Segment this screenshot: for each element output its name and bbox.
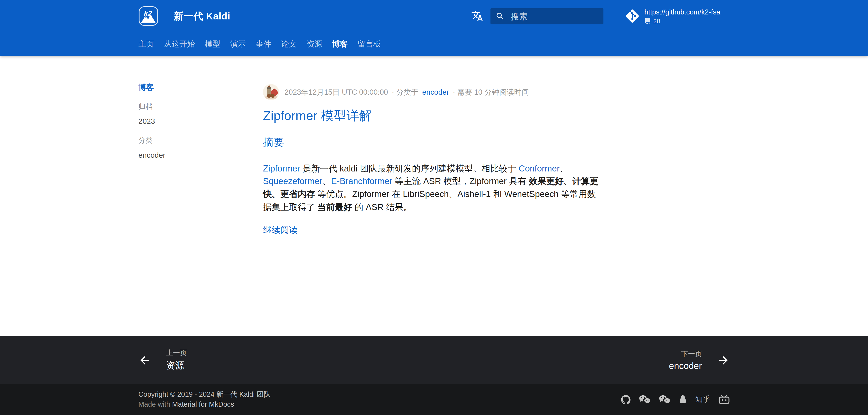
sidebar-blog-title[interactable]: 博客 <box>138 83 249 93</box>
text-segment: 是新一代 kaldi 团队最新研发的序列建模模型。相比较于 <box>300 164 519 173</box>
search-icon <box>495 11 505 21</box>
git-icon <box>626 9 639 23</box>
inline-link[interactable]: E-Branchformer <box>331 177 392 186</box>
arrow-left-icon <box>138 354 151 367</box>
footer-prev-title: 资源 <box>166 359 187 372</box>
post-meta-text: 2023年12月15日 UTC 00:00:00 · 分类于 encoder ·… <box>284 87 530 97</box>
post-date: 2023年12月15日 UTC 00:00:00 <box>284 88 388 96</box>
sidebar-item-encoder[interactable]: encoder <box>138 151 249 159</box>
github-icon[interactable] <box>621 395 630 404</box>
zhihu-icon[interactable]: 知乎 <box>695 394 710 404</box>
site-logo[interactable]: k2 <box>138 6 158 26</box>
repo-url: https://github.com/k2-fsa <box>644 8 720 16</box>
zhihu-label: 知乎 <box>695 394 710 404</box>
copyright-line: Copyright © 2019 - 2024 新一代 Kaldi 团队 <box>138 389 271 400</box>
sidebar-heading-categories: 分类 <box>138 136 249 145</box>
post-meta-row: 2023年12月15日 UTC 00:00:00 · 分类于 encoder ·… <box>263 84 601 100</box>
bilibili-icon[interactable] <box>718 395 730 404</box>
post-title: Zipformer 模型详解 <box>263 107 601 124</box>
made-with-line: Made with Material for MkDocs <box>138 400 271 409</box>
tab-models[interactable]: 模型 <box>205 39 220 49</box>
read-more-link[interactable]: 继续阅读 <box>263 224 298 236</box>
tab-demos[interactable]: 演示 <box>230 39 246 49</box>
footer-next-link[interactable]: 下一页 encoder <box>669 349 730 371</box>
inline-link[interactable]: Zipformer <box>263 164 300 173</box>
footer-prev-label: 上一页 <box>166 348 187 358</box>
header: k2 新一代 Kaldi <box>0 0 868 56</box>
tab-blog[interactable]: 博客 <box>332 39 348 49</box>
tab-home[interactable]: 主页 <box>138 39 154 49</box>
inline-link[interactable]: Squeezeformer <box>263 177 322 186</box>
post-read-time: · 需要 10 分钟阅读时间 <box>453 88 529 96</box>
translate-icon[interactable] <box>471 10 484 22</box>
post-category-link[interactable]: encoder <box>422 88 449 96</box>
repo-icon <box>644 18 651 24</box>
tab-resources[interactable]: 资源 <box>307 39 322 49</box>
inline-link[interactable]: Conformer <box>519 164 560 173</box>
repo-facts: 28 <box>644 18 720 24</box>
nav-tabs: 主页 从这开始 模型 演示 事件 论文 资源 博客 留言板 <box>0 32 868 56</box>
bold-text: 当前最好 <box>317 202 352 212</box>
sidebar: 博客 归档 2023 分类 encoder <box>138 83 249 159</box>
tab-events[interactable]: 事件 <box>256 39 271 49</box>
wechat-icon[interactable] <box>639 395 650 404</box>
footer-prev-link[interactable]: 上一页 资源 <box>138 348 187 372</box>
arrow-right-icon <box>717 354 730 367</box>
qq-icon[interactable] <box>679 395 687 404</box>
footer-next-title: encoder <box>669 360 702 371</box>
post-title-link[interactable]: Zipformer 模型详解 <box>263 108 372 123</box>
blog-post-excerpt: 2023年12月15日 UTC 00:00:00 · 分类于 encoder ·… <box>263 84 601 236</box>
sidebar-heading-archive: 归档 <box>138 102 249 112</box>
tab-papers[interactable]: 论文 <box>281 39 297 49</box>
made-with-link[interactable]: Material for MkDocs <box>172 401 234 408</box>
post-section-heading-link[interactable]: 摘要 <box>263 137 284 148</box>
post-excerpt-paragraph: Zipformer 是新一代 kaldi 团队最新研发的序列建模模型。相比较于 … <box>263 162 601 213</box>
post-category-prefix: · 分类于 <box>392 88 418 96</box>
site-title[interactable]: 新一代 Kaldi <box>174 9 230 23</box>
footer-next-label: 下一页 <box>681 349 702 359</box>
footer-next-text: 下一页 encoder <box>669 349 702 371</box>
copyright: Copyright © 2019 - 2024 新一代 Kaldi 团队 Mad… <box>138 389 271 409</box>
page: k2 新一代 Kaldi <box>0 0 868 415</box>
made-with-text: Made with <box>138 401 170 408</box>
text-segment: 、 <box>560 164 568 173</box>
footer-prev-text: 上一页 资源 <box>166 348 187 372</box>
footer-meta: Copyright © 2019 - 2024 新一代 Kaldi 团队 Mad… <box>0 384 868 415</box>
k2-logo-icon: k2 <box>138 6 158 26</box>
text-segment: 等主流 ASR 模型，Zipformer 具有 <box>392 177 529 186</box>
author-avatar <box>263 84 279 100</box>
repo-count: 28 <box>653 18 660 24</box>
header-row: k2 新一代 Kaldi <box>0 0 868 32</box>
search-bar[interactable] <box>490 8 603 24</box>
text-segment: 的 ASR 结果。 <box>352 202 412 212</box>
tab-guestbook[interactable]: 留言板 <box>358 39 381 49</box>
wechat-official-account-icon[interactable] <box>659 395 671 404</box>
social-links: 知乎 <box>621 394 730 404</box>
search-input[interactable] <box>510 11 598 22</box>
sidebar-item-2023[interactable]: 2023 <box>138 117 249 126</box>
repo-link[interactable]: https://github.com/k2-fsa 28 <box>626 8 730 24</box>
post-section-heading: 摘要 <box>263 136 601 150</box>
tab-getting-started[interactable]: 从这开始 <box>164 39 195 49</box>
repo-info: https://github.com/k2-fsa 28 <box>644 8 720 24</box>
text-segment: 、 <box>322 177 331 186</box>
header-actions: https://github.com/k2-fsa 28 <box>471 8 730 24</box>
footer-nav: 上一页 资源 下一页 encoder <box>0 336 868 384</box>
